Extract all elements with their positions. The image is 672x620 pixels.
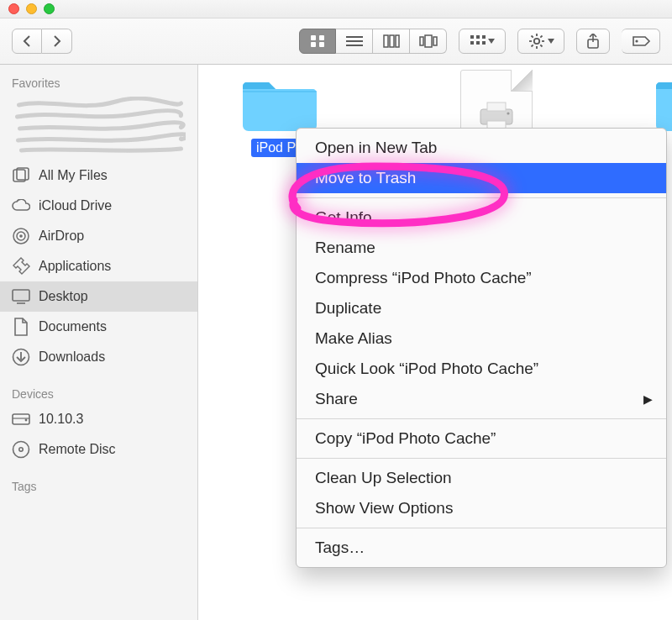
svg-point-44 bbox=[19, 448, 23, 451]
nav-history-group bbox=[12, 29, 72, 54]
svg-line-27 bbox=[531, 45, 533, 46]
remote-disc-icon bbox=[12, 440, 30, 459]
svg-rect-13 bbox=[470, 35, 474, 39]
ctx-make-alias[interactable]: Make Alias bbox=[297, 323, 666, 354]
svg-point-41 bbox=[25, 419, 28, 422]
close-window-button[interactable] bbox=[8, 3, 19, 14]
sidebar-item-label: 10.10.3 bbox=[39, 412, 83, 427]
sidebar-item-label: Downloads bbox=[39, 349, 105, 365]
ctx-copy[interactable]: Copy “iPod Photo Cache” bbox=[297, 423, 666, 454]
svg-rect-16 bbox=[470, 41, 474, 45]
finder-sidebar: Favorites All My Files iCloud Drive A bbox=[0, 65, 198, 620]
icon-view-button[interactable] bbox=[299, 29, 336, 54]
sidebar-section-devices: Devices bbox=[0, 384, 197, 404]
svg-rect-10 bbox=[420, 37, 423, 45]
action-button[interactable] bbox=[517, 29, 564, 54]
svg-line-25 bbox=[540, 45, 542, 46]
svg-rect-12 bbox=[433, 37, 437, 45]
cloud-icon bbox=[12, 197, 30, 215]
edit-tags-button[interactable] bbox=[622, 29, 660, 54]
svg-rect-1 bbox=[319, 35, 324, 40]
sidebar-section-favorites: Favorites bbox=[0, 73, 197, 93]
sidebar-item-label: Documents bbox=[39, 319, 107, 334]
window-titlebar bbox=[0, 0, 672, 18]
svg-point-35 bbox=[19, 234, 23, 238]
sidebar-item-label: iCloud Drive bbox=[39, 198, 112, 213]
svg-rect-2 bbox=[311, 42, 316, 47]
view-mode-group bbox=[299, 29, 447, 54]
svg-rect-14 bbox=[476, 35, 480, 39]
sidebar-item-applications[interactable]: Applications bbox=[0, 251, 197, 281]
context-menu: Open in New Tab Move to Trash Get Info R… bbox=[296, 128, 667, 568]
ctx-clean-up-selection[interactable]: Clean Up Selection bbox=[297, 463, 666, 493]
sidebar-item-label: AirDrop bbox=[39, 229, 84, 244]
sidebar-item-downloads[interactable]: Downloads bbox=[0, 342, 197, 372]
tag-icon bbox=[631, 34, 651, 48]
svg-rect-7 bbox=[384, 35, 388, 47]
ctx-separator bbox=[297, 458, 666, 459]
ctx-rename[interactable]: Rename bbox=[297, 233, 666, 263]
svg-rect-46 bbox=[487, 102, 506, 111]
svg-rect-8 bbox=[390, 35, 394, 47]
svg-rect-18 bbox=[482, 41, 486, 45]
sidebar-item-label: Desktop bbox=[39, 289, 88, 304]
ctx-separator bbox=[297, 528, 666, 528]
ctx-quick-look[interactable]: Quick Look “iPod Photo Cache” bbox=[297, 354, 666, 384]
finder-toolbar bbox=[0, 18, 672, 65]
airdrop-icon bbox=[12, 227, 30, 245]
svg-point-48 bbox=[507, 112, 509, 114]
forward-button[interactable] bbox=[42, 29, 72, 54]
sidebar-item-documents[interactable]: Documents bbox=[0, 312, 197, 342]
svg-rect-40 bbox=[13, 414, 29, 424]
svg-line-26 bbox=[540, 36, 542, 38]
desktop-icon bbox=[12, 287, 30, 306]
column-view-button[interactable] bbox=[373, 29, 410, 54]
ctx-compress[interactable]: Compress “iPod Photo Cache” bbox=[297, 263, 666, 293]
ctx-separator bbox=[297, 197, 666, 198]
gear-icon bbox=[528, 34, 545, 49]
ctx-get-info[interactable]: Get Info bbox=[297, 202, 666, 233]
svg-point-30 bbox=[635, 39, 638, 42]
svg-rect-9 bbox=[396, 35, 399, 47]
list-view-button[interactable] bbox=[336, 29, 373, 54]
svg-line-24 bbox=[531, 36, 533, 38]
svg-point-19 bbox=[533, 39, 538, 44]
svg-rect-17 bbox=[476, 41, 480, 45]
ctx-show-view-options[interactable]: Show View Options bbox=[297, 493, 666, 523]
coverflow-view-button[interactable] bbox=[410, 29, 447, 54]
sidebar-item-airdrop[interactable]: AirDrop bbox=[0, 221, 197, 251]
sidebar-item-desktop[interactable]: Desktop bbox=[0, 281, 197, 312]
svg-rect-15 bbox=[482, 35, 486, 39]
svg-rect-11 bbox=[425, 35, 432, 47]
sidebar-item-disk[interactable]: 10.10.3 bbox=[0, 404, 197, 434]
ctx-open-new-tab[interactable]: Open in New Tab bbox=[297, 133, 666, 163]
svg-rect-36 bbox=[13, 290, 29, 301]
sidebar-item-label: Applications bbox=[39, 259, 111, 274]
ctx-separator bbox=[297, 418, 666, 419]
downloads-icon bbox=[12, 348, 30, 366]
redacted-scribble bbox=[12, 97, 186, 155]
sidebar-item-label: All My Files bbox=[39, 168, 108, 183]
folder-icon bbox=[239, 73, 320, 134]
folder-icon bbox=[653, 73, 672, 134]
ctx-duplicate[interactable]: Duplicate bbox=[297, 293, 666, 323]
minimize-window-button[interactable] bbox=[26, 3, 37, 14]
ctx-share[interactable]: Share▶ bbox=[297, 384, 666, 414]
sidebar-item-all-my-files[interactable]: All My Files bbox=[0, 160, 197, 191]
all-files-icon bbox=[12, 166, 30, 185]
ctx-move-to-trash[interactable]: Move to Trash bbox=[297, 163, 666, 193]
svg-point-43 bbox=[13, 442, 29, 458]
back-button[interactable] bbox=[12, 29, 42, 54]
ctx-tags[interactable]: Tags… bbox=[297, 533, 666, 563]
applications-icon bbox=[12, 257, 30, 276]
share-button[interactable] bbox=[576, 29, 610, 54]
arrange-button[interactable] bbox=[459, 29, 506, 54]
printer-icon bbox=[477, 101, 516, 131]
sidebar-item-label: Remote Disc bbox=[39, 442, 116, 457]
zoom-window-button[interactable] bbox=[44, 3, 55, 14]
sidebar-item-remote-disc[interactable]: Remote Disc bbox=[0, 434, 197, 465]
documents-icon bbox=[12, 318, 30, 336]
sidebar-section-tags: Tags bbox=[0, 476, 197, 497]
sidebar-item-icloud-drive[interactable]: iCloud Drive bbox=[0, 191, 197, 221]
submenu-arrow-icon: ▶ bbox=[643, 392, 653, 406]
